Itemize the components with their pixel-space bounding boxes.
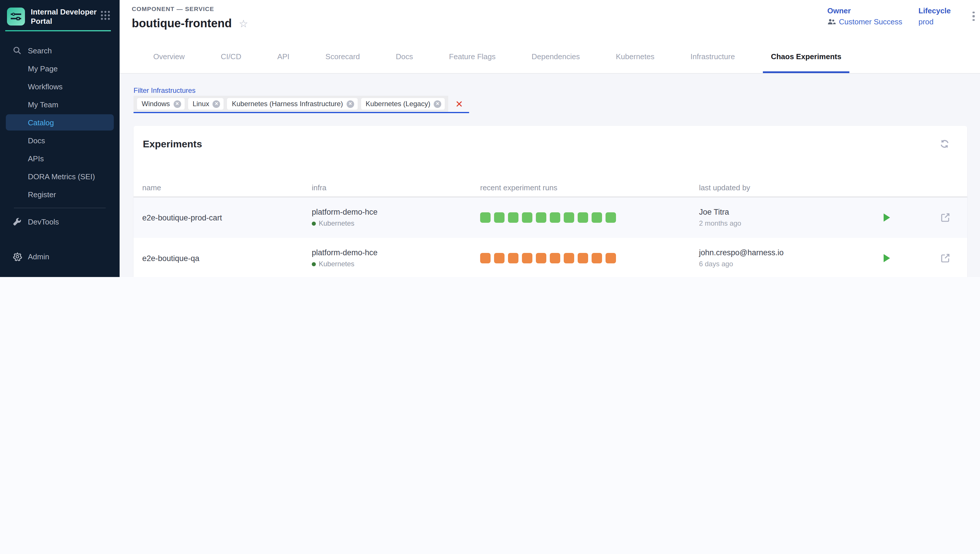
owner-link[interactable]: Customer Success — [839, 18, 902, 26]
lifecycle-value: prod — [918, 18, 934, 26]
tab-api[interactable]: API — [269, 40, 298, 73]
tab-docs[interactable]: Docs — [388, 40, 421, 73]
sidebar-item-label: Workflows — [28, 82, 62, 91]
recent-runs-cell — [480, 212, 699, 223]
column-header: recent experiment runs — [480, 183, 699, 192]
sidebar-item-label: DORA Metrics (SEI) — [28, 172, 95, 181]
open-experiment-icon[interactable] — [939, 212, 951, 223]
run-square[interactable] — [578, 253, 588, 263]
remove-chip-icon[interactable]: × — [346, 100, 354, 108]
run-square[interactable] — [536, 212, 546, 223]
sidebar-item-catalog[interactable]: Catalog — [6, 114, 114, 131]
filter-chipbar[interactable]: Windows×Linux×Kubernetes (Harness Infras… — [134, 96, 448, 113]
infra-cell: platform-demo-hceKubernetes — [312, 208, 480, 228]
run-square[interactable] — [605, 253, 616, 263]
people-icon — [827, 19, 836, 25]
last-updated-cell: john.crespo@harness.io6 days ago — [699, 248, 880, 268]
run-experiment-button[interactable] — [880, 211, 893, 224]
experiment-name-cell: e2e-boutique-prod-cart — [142, 213, 312, 222]
breadcrumb: COMPONENT — SERVICE — [132, 5, 214, 12]
remove-chip-icon[interactable]: × — [213, 100, 220, 108]
remove-chip-icon[interactable]: × — [173, 100, 181, 108]
infrastructure-filter: Windows×Linux×Kubernetes (Harness Infras… — [134, 96, 469, 113]
run-square[interactable] — [578, 212, 588, 223]
sidebar-item-label: Catalog — [28, 118, 54, 127]
refresh-icon[interactable] — [939, 138, 950, 149]
sidebar-item-admin[interactable]: Admin — [6, 248, 114, 264]
run-square[interactable] — [480, 253, 491, 263]
experiments-rows: e2e-boutique-prod-cartplatform-demo-hceK… — [134, 197, 967, 277]
status-dot-icon — [312, 221, 316, 225]
wrench-icon — [12, 217, 22, 226]
sidebar-item-label: My Page — [28, 64, 58, 73]
status-dot-icon — [312, 262, 316, 266]
infra-type: Kubernetes — [312, 219, 480, 228]
run-square[interactable] — [605, 212, 616, 223]
run-square[interactable] — [564, 253, 574, 263]
sidebar-item-apis[interactable]: APIs — [6, 150, 114, 167]
sidebar-item-my-page[interactable]: My Page — [6, 60, 114, 76]
run-square[interactable] — [508, 212, 519, 223]
filter-infrastructures-label[interactable]: Filter Infrastructures — [134, 86, 195, 95]
filter-chip: Linux× — [188, 98, 223, 110]
clear-filters-button[interactable]: ✕ — [448, 96, 469, 113]
updated-by-name: Joe Titra — [699, 208, 880, 217]
filter-chip-label: Kubernetes (Harness Infrastructure) — [232, 100, 343, 108]
run-square[interactable] — [494, 253, 504, 263]
tab-chaos-experiments[interactable]: Chaos Experiments — [763, 40, 850, 73]
recent-runs-cell — [480, 253, 699, 263]
sidebar-item-dora-metrics-sei-[interactable]: DORA Metrics (SEI) — [6, 168, 114, 185]
search-icon — [12, 46, 22, 56]
tab-ci-cd[interactable]: CI/CD — [212, 40, 249, 73]
sidebar-menu: SearchMy PageWorkflowsMy TeamCatalogDocs… — [0, 41, 120, 266]
tab-scorecard[interactable]: Scorecard — [317, 40, 368, 73]
sidebar-item-devtools[interactable]: DevTools — [6, 213, 114, 230]
run-square[interactable] — [536, 253, 546, 263]
infra-type-label: Kubernetes — [319, 260, 354, 268]
sidebar-accent-divider — [5, 30, 111, 31]
sidebar-header: Internal Developer Portal — [0, 0, 120, 26]
tab-overview[interactable]: Overview — [145, 40, 193, 73]
remove-chip-icon[interactable]: × — [434, 100, 441, 108]
filter-chip-label: Kubernetes (Legacy) — [366, 100, 431, 108]
tab-infrastructure[interactable]: Infrastructure — [682, 40, 743, 73]
tab-kubernetes[interactable]: Kubernetes — [608, 40, 663, 73]
favorite-star-icon[interactable]: ☆ — [239, 18, 248, 29]
page-title: boutique-frontend — [132, 17, 231, 30]
run-square[interactable] — [494, 212, 504, 223]
lifecycle-meta: Lifecycle prod — [918, 6, 951, 26]
main-area: COMPONENT — SERVICE boutique-frontend ☆ … — [120, 0, 980, 277]
sidebar-item-register[interactable]: Register — [6, 186, 114, 202]
experiments-card: Experiments nameinfrarecent experiment r… — [134, 126, 967, 277]
sidebar-divider — [14, 208, 106, 208]
updated-time: 2 months ago — [699, 219, 880, 228]
sidebar-item-workflows[interactable]: Workflows — [6, 78, 114, 95]
run-square[interactable] — [550, 212, 560, 223]
table-row: e2e-boutique-prod-cartplatform-demo-hceK… — [134, 197, 967, 238]
sidebar-item-label: Register — [28, 190, 56, 199]
run-square[interactable] — [508, 253, 519, 263]
run-square[interactable] — [592, 253, 602, 263]
sidebar-item-my-team[interactable]: My Team — [6, 96, 114, 113]
tab-content: Filter Infrastructures Windows×Linux×Kub… — [120, 74, 980, 277]
sidebar-item-label: DevTools — [28, 217, 59, 226]
apps-grid-icon[interactable] — [101, 10, 110, 20]
infra-cell: platform-demo-hceKubernetes — [312, 248, 480, 268]
kebab-menu-icon[interactable] — [969, 9, 979, 23]
column-header: last updated by — [699, 183, 880, 192]
open-experiment-icon[interactable] — [939, 252, 951, 264]
run-square[interactable] — [522, 212, 532, 223]
run-square[interactable] — [564, 212, 574, 223]
tab-dependencies[interactable]: Dependencies — [524, 40, 588, 73]
tab-feature-flags[interactable]: Feature Flags — [441, 40, 504, 73]
run-square[interactable] — [550, 253, 560, 263]
sidebar-item-label: APIs — [28, 154, 44, 163]
gear-icon — [12, 252, 22, 261]
filter-chip-label: Windows — [142, 100, 170, 108]
sidebar-item-docs[interactable]: Docs — [6, 132, 114, 148]
run-square[interactable] — [522, 253, 532, 263]
sidebar-item-search[interactable]: Search — [6, 42, 114, 59]
run-square[interactable] — [480, 212, 491, 223]
run-square[interactable] — [592, 212, 602, 223]
run-experiment-button[interactable] — [880, 252, 893, 264]
